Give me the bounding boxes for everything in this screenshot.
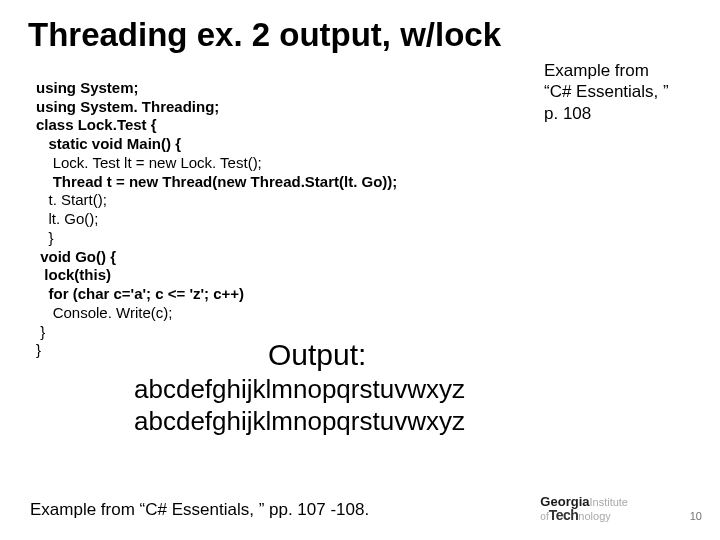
logo-text: Tech — [549, 507, 579, 523]
code-line: } — [36, 323, 45, 340]
code-line: Lock. Test lt = new Lock. Test(); — [36, 154, 262, 171]
page-number: 10 — [690, 510, 702, 522]
output-block: abcdefghijklmnopqrstuvwxyz abcdefghijklm… — [36, 374, 696, 437]
code-line: void Go() { — [36, 248, 116, 265]
side-note-line: “C# Essentials, ” — [544, 81, 702, 102]
logo-text: Institute — [589, 496, 628, 508]
slide-title: Threading ex. 2 output, w/lock — [0, 0, 720, 60]
code-line: class Lock.Test { — [36, 116, 157, 133]
output-line: abcdefghijklmnopqrstuvwxyz — [134, 374, 696, 406]
code-line: using System; — [36, 79, 139, 96]
code-line: } — [36, 229, 54, 246]
content-area: Example from “C# Essentials, ” p. 108 us… — [0, 60, 720, 437]
code-line: using System. Threading; — [36, 98, 219, 115]
code-line: for (char c='a'; c <= 'z'; c++) — [36, 285, 244, 302]
side-note-line: p. 108 — [544, 103, 702, 124]
side-citation: Example from “C# Essentials, ” p. 108 — [544, 60, 702, 124]
side-note-line: Example from — [544, 60, 702, 81]
code-line: Thread t = new Thread(new Thread.Start(l… — [36, 173, 397, 190]
logo-text: nology — [578, 510, 610, 522]
output-label: Output: — [36, 338, 696, 372]
code-line: lt. Go(); — [36, 210, 99, 227]
code-line: t. Start(); — [36, 191, 107, 208]
code-line: static void Main() { — [36, 135, 181, 152]
logo-text: of — [540, 511, 548, 522]
footer-citation: Example from “C# Essentials, ” pp. 107 -… — [30, 500, 369, 520]
georgia-tech-logo: GeorgiaInstitute ofTechnology — [540, 496, 628, 522]
code-line: Console. Write(c); — [36, 304, 172, 321]
code-line: } — [36, 341, 41, 358]
output-line: abcdefghijklmnopqrstuvwxyz — [134, 406, 696, 438]
code-line: lock(this) — [36, 266, 111, 283]
